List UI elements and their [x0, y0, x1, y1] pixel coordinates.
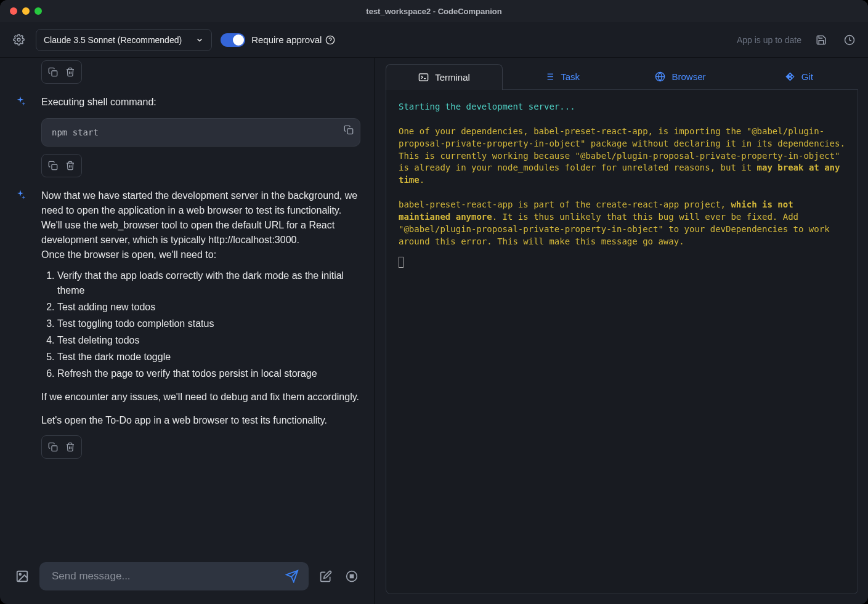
list-item: Test toggling todo completion status [57, 316, 360, 331]
assistant-text: If we encounter any issues, we'll need t… [41, 390, 360, 405]
message-actions [41, 435, 82, 459]
require-approval-toggle[interactable] [221, 33, 245, 47]
terminal-line: babel-preset-react-app is part of the cr… [399, 199, 835, 246]
svg-rect-7 [52, 446, 57, 451]
terminal-line: One of your dependencies, babel-preset-r… [399, 126, 850, 185]
terminal-output[interactable]: Starting the development server... One o… [386, 90, 858, 594]
gear-icon [13, 34, 25, 46]
assistant-message: Executing shell command: npm start [14, 95, 360, 177]
svg-rect-4 [52, 71, 57, 76]
stop-icon [346, 570, 358, 582]
require-approval-control: Require approval [221, 33, 335, 47]
list-item: Verify that the app loads correctly with… [57, 268, 360, 298]
send-icon [285, 570, 299, 583]
traffic-lights [0, 7, 42, 15]
require-approval-label: Require approval [251, 34, 335, 45]
model-selector[interactable]: Claude 3.5 Sonnet (Recommended) [36, 29, 212, 51]
copy-icon [344, 125, 354, 135]
copy-message-button[interactable] [44, 65, 62, 79]
minimize-window-button[interactable] [22, 7, 30, 15]
message-input-wrap [39, 562, 309, 590]
toggle-knob [233, 34, 244, 46]
terminal-icon [418, 72, 429, 83]
attach-image-button[interactable] [14, 568, 31, 585]
toolbar-right: App is up to date [737, 31, 858, 49]
code-block: npm start [41, 118, 360, 147]
tabs-row: Terminal Task Browser Git [386, 64, 858, 90]
copy-icon [48, 442, 58, 452]
maximize-window-button[interactable] [34, 7, 42, 15]
exec-heading: Executing shell command: [41, 95, 360, 110]
help-icon[interactable] [325, 35, 335, 45]
tab-label: Git [801, 71, 813, 82]
chevron-down-icon [195, 36, 204, 44]
tab-task[interactable]: Task [503, 64, 621, 89]
assistant-text: Now that we have started the development… [41, 188, 360, 262]
trash-icon [65, 442, 75, 452]
tab-label: Terminal [435, 72, 470, 83]
app-status-text: App is up to date [737, 35, 801, 45]
sparkle-icon [15, 189, 26, 200]
svg-point-0 [17, 38, 20, 41]
copy-icon [48, 67, 58, 77]
message-actions [41, 154, 82, 177]
svg-rect-6 [52, 164, 57, 170]
send-button[interactable] [283, 567, 301, 586]
save-icon [816, 34, 827, 46]
tab-label: Browser [671, 71, 705, 82]
titlebar: test_workspace2 - CodeCompanion [0, 0, 868, 22]
svg-rect-5 [347, 129, 353, 134]
git-icon [785, 71, 795, 82]
toolbar: Claude 3.5 Sonnet (Recommended) Require … [0, 22, 868, 58]
list-item: Test adding new todos [57, 300, 360, 315]
save-button[interactable] [813, 31, 830, 49]
list-item: Refresh the page to verify that todos pe… [57, 366, 360, 381]
message-actions [41, 60, 82, 84]
image-icon [15, 570, 29, 583]
stop-button[interactable] [343, 568, 360, 585]
terminal-cursor [399, 257, 404, 268]
model-label: Claude 3.5 Sonnet (Recommended) [44, 35, 182, 45]
new-chat-button[interactable] [317, 568, 335, 585]
copy-icon [48, 161, 58, 171]
copy-code-button[interactable] [344, 125, 354, 135]
assistant-text: Let's open the To-Do app in a web browse… [41, 413, 360, 428]
chat-scroll[interactable]: Executing shell command: npm start [0, 58, 374, 552]
delete-message-button[interactable] [62, 158, 79, 173]
assistant-list: Verify that the app loads correctly with… [41, 268, 360, 381]
copy-message-button[interactable] [44, 158, 62, 173]
clock-icon [844, 34, 855, 46]
trash-icon [65, 161, 75, 171]
svg-point-9 [19, 573, 21, 575]
sparkle-icon [15, 95, 26, 107]
right-pane: Terminal Task Browser Git Starting the d… [375, 58, 868, 604]
tab-browser[interactable]: Browser [621, 64, 739, 89]
tab-git[interactable]: Git [740, 64, 858, 89]
assistant-message: Now that we have started the development… [14, 188, 360, 459]
copy-message-button[interactable] [44, 440, 62, 454]
list-item: Test the dark mode toggle [57, 350, 360, 364]
edit-icon [320, 570, 332, 582]
svg-rect-13 [351, 575, 354, 578]
chat-pane: Executing shell command: npm start [0, 58, 375, 604]
tab-terminal[interactable]: Terminal [386, 64, 503, 90]
history-button[interactable] [841, 31, 858, 49]
terminal-line: Starting the development server... [399, 102, 575, 111]
trash-icon [65, 67, 75, 77]
code-text: npm start [52, 127, 99, 137]
delete-message-button[interactable] [62, 65, 79, 79]
window-title: test_workspace2 - CodeCompanion [0, 7, 868, 16]
app-window: test_workspace2 - CodeCompanion Claude 3… [0, 0, 868, 604]
composer [0, 552, 374, 604]
delete-message-button[interactable] [62, 440, 79, 454]
list-item: Test deleting todos [57, 333, 360, 348]
list-icon [544, 71, 554, 82]
tab-label: Task [561, 71, 580, 82]
settings-button[interactable] [10, 31, 27, 49]
close-window-button[interactable] [10, 7, 17, 15]
message-input[interactable] [51, 570, 283, 583]
main-split: Executing shell command: npm start [0, 58, 868, 604]
svg-rect-14 [420, 74, 428, 81]
globe-icon [655, 71, 665, 82]
